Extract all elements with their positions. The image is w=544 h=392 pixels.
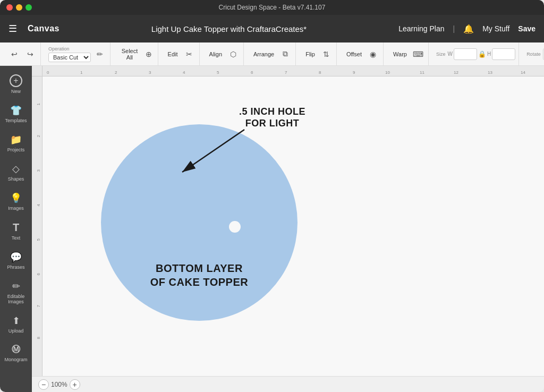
height-input[interactable] <box>492 48 515 60</box>
ruler-top: 0 1 2 3 4 5 6 7 8 9 10 11 12 13 14 <box>42 66 544 76</box>
select-all-group: Select All ⊕ <box>115 42 158 65</box>
header-right: Learning Plan | 🔔 My Stuff Save <box>398 24 536 34</box>
width-label: W <box>447 51 452 57</box>
monogram-icon: Ⓜ <box>12 344 20 355</box>
edit-button[interactable]: Edit <box>166 50 180 58</box>
monogram-label: Monogram <box>4 357 27 362</box>
new-icon: + <box>10 74 22 87</box>
close-button[interactable] <box>6 4 13 11</box>
zoom-out-button[interactable]: − <box>38 379 49 390</box>
edit-group: Edit ✂ <box>163 42 200 65</box>
ruler-tick-v-7: 7 <box>36 305 41 307</box>
undo-button[interactable]: ↩ <box>7 47 21 61</box>
traffic-lights <box>6 4 32 11</box>
zoom-in-button[interactable]: + <box>70 379 80 390</box>
header: ☰ Canvas Light Up Cake Topper with Craft… <box>0 15 544 42</box>
flip-button[interactable]: Flip <box>303 50 317 58</box>
sidebar-item-monogram[interactable]: Ⓜ Monogram <box>2 340 30 367</box>
projects-label: Projects <box>7 147 25 152</box>
ruler-tick-0: 0 <box>47 70 49 75</box>
shapes-label: Shapes <box>8 176 24 182</box>
learning-plan-link[interactable]: Learning Plan <box>398 24 444 33</box>
upload-icon: ⬆ <box>12 315 20 327</box>
text-icon: T <box>13 221 19 234</box>
sidebar-item-phrases[interactable]: 💬 Phrases <box>2 247 30 274</box>
title-bar: Cricut Design Space - Beta v7.41.107 <box>0 0 544 15</box>
sidebar-item-projects[interactable]: 📁 Projects <box>2 130 30 157</box>
operation-select[interactable]: Basic Cut <box>48 53 91 62</box>
undo-redo-group: ↩ ↪ <box>4 42 41 65</box>
sidebar-item-templates[interactable]: 👕 Templates <box>2 100 30 127</box>
align-group: Align ⬡ <box>204 42 244 65</box>
bell-icon[interactable]: 🔔 <box>463 24 474 34</box>
new-label: New <box>11 89 21 94</box>
select-all-button[interactable]: Select All <box>118 47 141 62</box>
images-icon: 💡 <box>10 192 22 204</box>
align-button[interactable]: Align <box>207 50 224 58</box>
lock-icon[interactable]: 🔒 <box>478 50 486 58</box>
ruler-corner <box>32 66 42 76</box>
ruler-tick-6: 6 <box>251 70 253 75</box>
templates-label: Templates <box>5 118 27 123</box>
ruler-tick-10: 10 <box>385 70 390 75</box>
cake-topper-circle[interactable]: BOTTOM LAYER OF CAKE TOPPER <box>101 124 298 321</box>
operation-wrapper: Operation Basic Cut <box>48 46 91 62</box>
sidebar-item-shapes[interactable]: ◇ Shapes <box>2 159 30 186</box>
ruler-tick-7: 7 <box>285 70 287 75</box>
pen-tool-button[interactable]: ✏ <box>93 47 107 61</box>
ruler-tick-13: 13 <box>488 70 492 75</box>
ruler-tick-1: 1 <box>80 70 82 75</box>
redo-button[interactable]: ↪ <box>23 47 37 61</box>
ruler-tick-3: 3 <box>149 70 151 75</box>
circle-label-line1: BOTTOM LAYER <box>101 261 298 275</box>
operation-label: Operation <box>48 46 70 52</box>
document-title: Light Up Cake Topper with CraftaraCreate… <box>66 24 392 33</box>
operation-group: Operation Basic Cut ✏ <box>45 42 110 65</box>
projects-icon: 📁 <box>10 134 22 146</box>
sidebar-item-new[interactable]: + New <box>2 70 30 98</box>
ruler-tick-11: 11 <box>420 70 424 75</box>
zoom-bar: − 100% + <box>32 376 544 392</box>
ruler-tick-8: 8 <box>319 70 321 75</box>
sidebar-item-editable-images[interactable]: ✏ Editable Images <box>2 276 30 309</box>
ruler-tick-v-8: 8 <box>36 337 41 339</box>
ruler-tick-v-5: 5 <box>36 238 41 241</box>
window-title: Cricut Design Space - Beta v7.41.107 <box>219 4 326 11</box>
size-inputs: W 🔒 H <box>447 48 515 60</box>
save-button[interactable]: Save <box>518 24 536 33</box>
ruler-tick-9: 9 <box>353 70 355 75</box>
canvas-white: BOTTOM LAYER OF CAKE TOPPER .5 INCH HOLE… <box>42 76 544 376</box>
circle-label: BOTTOM LAYER OF CAKE TOPPER <box>101 261 298 289</box>
warp-group: Warp ⌨ <box>388 42 429 65</box>
ruler-tick-v-2: 2 <box>36 135 41 137</box>
width-input[interactable] <box>454 48 477 60</box>
annotation-text: .5 INCH HOLE FOR LIGHT <box>239 106 305 129</box>
arrange-button[interactable]: Arrange <box>251 50 276 58</box>
flip-group: Flip ⇅ <box>300 42 337 65</box>
sidebar-item-text[interactable]: T Text <box>2 217 30 245</box>
offset-icon-button[interactable]: ◉ <box>366 47 380 61</box>
ruler-left: 1 2 3 4 5 6 7 8 <box>32 76 42 376</box>
flip-icon-button[interactable]: ⇅ <box>319 47 333 61</box>
sidebar-item-images[interactable]: 💡 Images <box>2 188 30 215</box>
annotation-line1: .5 INCH HOLE <box>239 106 305 118</box>
editable-images-label: Editable Images <box>4 294 28 304</box>
rotate-group: Rotate ↻ <box>523 42 544 65</box>
size-group: Size W 🔒 H <box>433 42 519 65</box>
select-icon-button[interactable]: ⊕ <box>143 47 155 61</box>
warp-button[interactable]: Warp <box>391 50 409 58</box>
maximize-button[interactable] <box>26 4 32 11</box>
warp-icon-button[interactable]: ⌨ <box>411 47 425 61</box>
ruler-tick-v-3: 3 <box>36 169 41 172</box>
hamburger-menu[interactable]: ☰ <box>8 23 17 35</box>
annotation-line2: FOR LIGHT <box>239 118 305 130</box>
offset-button[interactable]: Offset <box>344 50 364 58</box>
sidebar-item-upload[interactable]: ⬆ Upload <box>2 311 30 338</box>
edit-icon-button[interactable]: ✂ <box>182 47 196 61</box>
my-stuff-link[interactable]: My Stuff <box>482 24 509 33</box>
arrange-icon-button[interactable]: ⧉ <box>278 47 292 61</box>
templates-icon: 👕 <box>10 105 22 116</box>
minimize-button[interactable] <box>16 4 22 11</box>
align-icon-button[interactable]: ⬡ <box>226 47 240 61</box>
canvas-area[interactable]: 0 1 2 3 4 5 6 7 8 9 10 11 12 13 14 1 2 3… <box>32 66 544 392</box>
